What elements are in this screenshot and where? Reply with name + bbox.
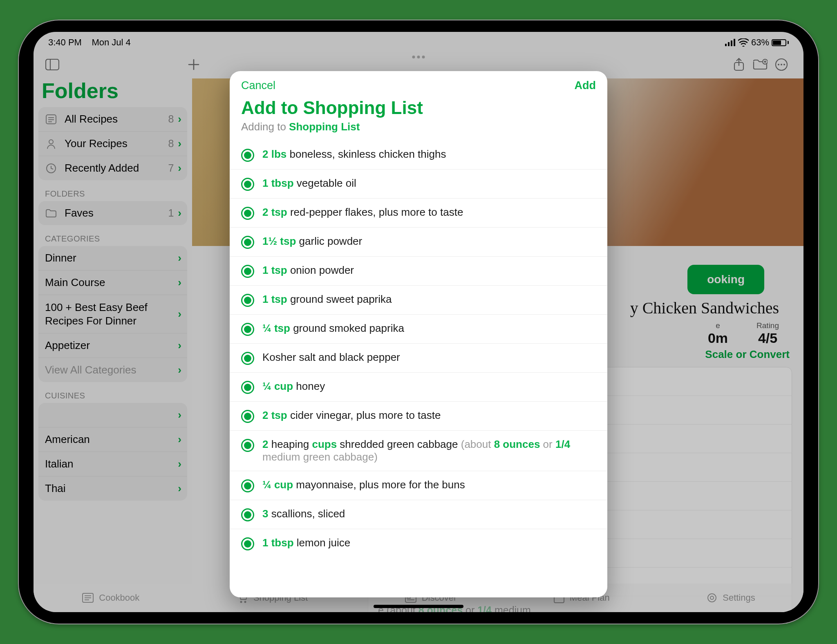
sidebar-item-label: Thai	[45, 482, 178, 495]
ingredient-item[interactable]: 1 tsp onion powder	[230, 256, 607, 285]
ingredient-text: 1 tbsp vegetable oil	[262, 177, 356, 190]
ingredient-checkbox[interactable]	[241, 479, 254, 492]
wifi-icon	[738, 38, 749, 47]
ingredient-item[interactable]: Kosher salt and black pepper	[230, 343, 607, 372]
home-indicator[interactable]	[374, 605, 463, 608]
ingredient-checkbox[interactable]	[241, 149, 254, 162]
ingredient-checkbox[interactable]	[241, 207, 254, 220]
sidebar-item-your-recipes[interactable]: Your Recipes 8 ›	[38, 131, 187, 156]
sidebar-item-label: Your Recipes	[65, 137, 168, 150]
ingredient-checkbox[interactable]	[241, 537, 254, 550]
chevron-right-icon: ›	[178, 162, 181, 174]
ingredient-checkbox[interactable]	[241, 508, 254, 521]
ingredient-item[interactable]: 1 tbsp vegetable oil	[230, 169, 607, 198]
tab-label: Cookbook	[99, 593, 139, 603]
svg-point-16	[781, 64, 782, 65]
cuisines-section-label: CUISINES	[45, 391, 187, 400]
chevron-right-icon: ›	[178, 137, 181, 150]
sidebar-item-label: Faves	[65, 207, 168, 219]
svg-rect-0	[725, 44, 727, 46]
sidebar-item-beef-recipes[interactable]: 100 + Best Easy Beef Recipes For Dinner›	[38, 295, 187, 333]
svg-point-39	[708, 594, 716, 602]
ingredient-item[interactable]: 2 tsp cider vinegar, plus more to taste	[230, 401, 607, 430]
ingredient-checkbox[interactable]	[241, 236, 254, 249]
sidebar-item-main-course[interactable]: Main Course›	[38, 270, 187, 295]
chevron-right-icon: ›	[178, 482, 181, 495]
sidebar-item-label: Main Course	[45, 276, 178, 289]
ingredient-item[interactable]: 1 tsp ground sweet paprika	[230, 285, 607, 314]
svg-point-40	[710, 596, 714, 599]
ingredient-checkbox[interactable]	[241, 410, 254, 423]
sidebar-item-thai[interactable]: Thai›	[38, 476, 187, 501]
ingredient-text: ¼ cup honey	[262, 380, 325, 393]
ingredient-checkbox[interactable]	[241, 323, 254, 336]
status-time: 3:40 PM	[48, 37, 82, 47]
tab-cookbook[interactable]: Cookbook	[82, 593, 139, 603]
status-battery-pct: 63%	[751, 37, 769, 48]
sidebar-item-italian[interactable]: Italian›	[38, 452, 187, 476]
ingredient-checkbox[interactable]	[241, 265, 254, 278]
ingredient-item[interactable]: ¼ tsp ground smoked paprika	[230, 314, 607, 343]
add-button[interactable]: Add	[575, 79, 596, 92]
cancel-button[interactable]: Cancel	[241, 79, 275, 92]
sidebar-item-faves[interactable]: Faves 1 ›	[38, 201, 187, 225]
ingredient-text: 2 tsp red-pepper flakes, plus more to ta…	[262, 206, 463, 219]
ingredient-item[interactable]: 1½ tsp garlic powder	[230, 227, 607, 256]
rating-label: Rating	[756, 321, 779, 330]
sidebar-item-american[interactable]: American›	[38, 427, 187, 452]
battery-icon	[772, 39, 789, 46]
multitask-handle[interactable]	[412, 56, 425, 58]
ingredient-item[interactable]: 2 tsp red-pepper flakes, plus more to ta…	[230, 198, 607, 227]
svg-rect-1	[728, 42, 730, 46]
more-icon[interactable]	[772, 56, 790, 74]
ingredient-item[interactable]: 1 tbsp lemon juice	[230, 529, 607, 558]
sidebar-item-recently-added[interactable]: Recently Added 7 ›	[38, 156, 187, 180]
sidebar-item-dinner[interactable]: Dinner›	[38, 246, 187, 270]
sidebar-item-cuisine-blank[interactable]: ›	[38, 403, 187, 427]
add-recipe-icon[interactable]	[185, 56, 203, 74]
chevron-right-icon: ›	[178, 364, 181, 376]
sidebar: Folders All Recipes 8 › Your Recipes 8 ›	[34, 78, 192, 584]
folders-section-label: FOLDERS	[45, 189, 187, 199]
ingredient-text: 1 tsp ground sweet paprika	[262, 293, 392, 306]
svg-rect-4	[46, 59, 59, 70]
tab-settings[interactable]: Settings	[706, 592, 755, 604]
categories-section: Dinner› Main Course› 100 + Best Easy Bee…	[38, 246, 187, 382]
scale-convert-link[interactable]: Scale or Convert	[705, 348, 790, 361]
ingredient-item[interactable]: ¼ cup mayonnaise, plus more for the buns	[230, 471, 607, 500]
chevron-right-icon: ›	[178, 409, 181, 421]
chevron-right-icon: ›	[178, 207, 181, 219]
add-to-shopping-modal: Cancel Add Add to Shopping List Adding t…	[230, 71, 607, 597]
gear-icon	[706, 592, 718, 604]
sidebar-toggle-icon[interactable]	[43, 56, 61, 74]
sidebar-item-appetizer[interactable]: Appetizer›	[38, 333, 187, 358]
sidebar-item-count: 1	[168, 207, 174, 219]
ingredient-checkbox[interactable]	[241, 439, 254, 452]
ingredient-item[interactable]: 3 scallions, sliced	[230, 500, 607, 529]
sidebar-item-label: Recently Added	[65, 162, 168, 174]
status-date: Mon Jul 4	[92, 37, 130, 47]
ingredient-checkbox[interactable]	[241, 352, 254, 365]
ingredient-list[interactable]: 2 lbs boneless, skinless chicken thighs1…	[230, 141, 607, 597]
chevron-right-icon: ›	[178, 458, 181, 470]
ingredient-checkbox[interactable]	[241, 381, 254, 394]
recipe-meta: e0m Rating4/5	[708, 321, 779, 346]
shopping-list-link[interactable]: Shopping List	[289, 121, 360, 133]
move-to-folder-icon[interactable]	[751, 56, 769, 74]
ingredient-text: 3 scallions, sliced	[262, 508, 345, 520]
ingredient-text: ¼ cup mayonnaise, plus more for the buns	[262, 479, 465, 491]
share-icon[interactable]	[730, 56, 748, 74]
ingredient-item[interactable]: 2 lbs boneless, skinless chicken thighs	[230, 141, 607, 169]
svg-rect-2	[731, 40, 732, 46]
ingredient-checkbox[interactable]	[241, 178, 254, 191]
sidebar-item-view-all-categories[interactable]: View All Categories›	[38, 358, 187, 382]
start-cooking-button[interactable]: ooking	[687, 265, 764, 294]
svg-point-22	[49, 140, 53, 144]
ingredient-checkbox[interactable]	[241, 294, 254, 307]
ingredient-item[interactable]: 2 heaping cups shredded green cabbage (a…	[230, 430, 607, 471]
status-left: 3:40 PM Mon Jul 4	[48, 37, 131, 48]
chevron-right-icon: ›	[178, 252, 181, 264]
sidebar-item-all-recipes[interactable]: All Recipes 8 ›	[38, 107, 187, 131]
ingredient-item[interactable]: ¼ cup honey	[230, 372, 607, 401]
sidebar-item-count: 8	[168, 113, 174, 125]
